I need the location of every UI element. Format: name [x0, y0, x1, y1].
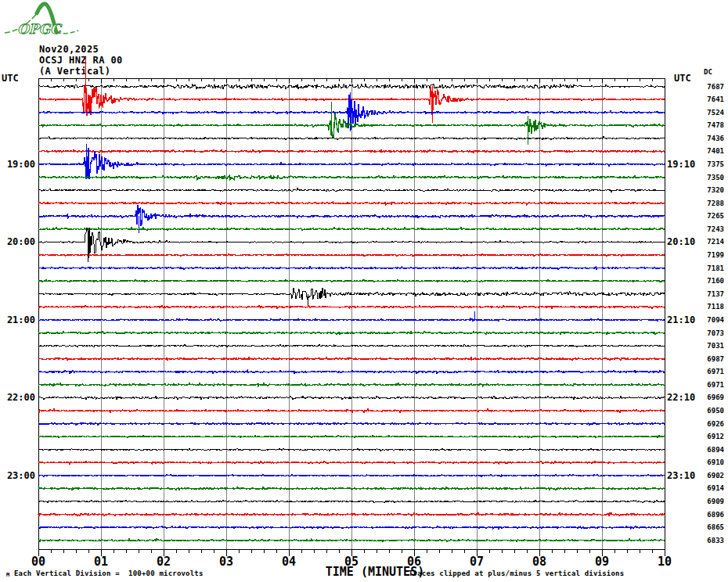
- helicorder-plot: [0, 0, 728, 582]
- right-time-label-1910: 19:10: [667, 159, 695, 170]
- dc-value: 6910: [701, 458, 724, 466]
- dc-value: 6987: [701, 355, 724, 363]
- dc-value: 6896: [701, 511, 724, 519]
- corner-mark: M: [6, 572, 9, 578]
- dc-value: 7288: [701, 199, 724, 207]
- dc-value: 6902: [701, 472, 724, 480]
- left-time-label-2000: 20:00: [0, 236, 35, 247]
- footnote-division: Each Vertical Division = 100+00 microvol…: [14, 569, 204, 577]
- dc-value: 7641: [701, 95, 724, 103]
- dc-value: 7436: [701, 135, 724, 142]
- dc-value: 7214: [701, 238, 724, 246]
- dc-value: 6865: [701, 523, 724, 531]
- left-time-label-2300: 23:00: [0, 470, 35, 481]
- dc-value: 7094: [701, 316, 724, 324]
- dc-value: 6969: [701, 393, 724, 401]
- dc-value: 7243: [701, 225, 724, 233]
- dc-value: 7478: [701, 121, 724, 129]
- left-time-label-2200: 22:00: [0, 392, 35, 403]
- dc-value: 6909: [701, 498, 724, 505]
- webicorder-page: OPGC Nov20,2025 OCSJ HNZ RA 00 (A Vertic…: [0, 0, 728, 582]
- left-time-label-1900: 19:00: [0, 159, 35, 170]
- dc-value: 6914: [701, 484, 724, 492]
- dc-value: 7160: [701, 277, 724, 285]
- right-time-label-2310: 23:10: [667, 470, 695, 481]
- dc-value: 6912: [701, 433, 724, 440]
- dc-value: 6833: [701, 537, 724, 544]
- dc-value: 6971: [701, 381, 724, 389]
- dc-value: 7137: [701, 290, 724, 298]
- dc-value: 6971: [701, 368, 724, 375]
- right-time-label-2110: 21:10: [667, 314, 695, 325]
- dc-value: 7320: [701, 186, 724, 194]
- dc-value: 7350: [701, 174, 724, 181]
- dc-value: 7199: [701, 251, 724, 259]
- dc-value: 7265: [701, 212, 724, 220]
- dc-value: 7073: [701, 329, 724, 337]
- right-time-label-2010: 20:10: [667, 236, 695, 247]
- dc-value: 7118: [701, 303, 724, 311]
- dc-value: 6950: [701, 407, 724, 415]
- dc-value: 7181: [701, 264, 724, 272]
- dc-value: 7687: [701, 83, 724, 91]
- dc-value: 7031: [701, 342, 724, 350]
- right-time-label-2210: 22:10: [667, 392, 695, 403]
- dc-value: 7375: [701, 160, 724, 168]
- left-time-label-2100: 21:00: [0, 314, 35, 325]
- dc-value: 7401: [701, 147, 724, 155]
- dc-value: 6926: [701, 420, 724, 428]
- dc-value: 7524: [701, 109, 724, 117]
- dc-value: 6894: [701, 446, 724, 454]
- footnote-clipping: Traces clipped at plus/minus 5 vertical …: [409, 569, 624, 577]
